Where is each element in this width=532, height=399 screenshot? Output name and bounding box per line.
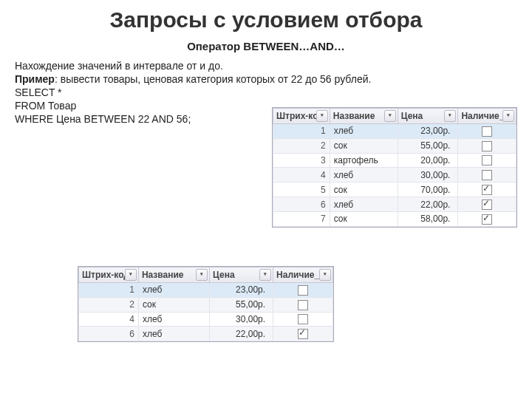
th-stock[interactable]: Наличие_а▾ <box>458 109 516 124</box>
checkbox-icon[interactable] <box>482 126 492 134</box>
cell-code: 1 <box>273 124 330 134</box>
dropdown-icon[interactable]: ▾ <box>502 110 514 122</box>
subtitle: Оператор BETWEEN…AND… <box>15 40 517 52</box>
example-line: Пример: вывести товары, ценовая категори… <box>15 73 517 85</box>
cell-price: 23,00р. <box>398 124 458 134</box>
example-text: : вывести товары, ценовая категория кото… <box>55 73 371 85</box>
source-table: Штрих-код▾ Название▾ Цена▾ Наличие_а▾ 1х… <box>272 107 517 134</box>
cell-name: хлеб <box>330 124 398 134</box>
th-code[interactable]: Штрих-код▾ <box>273 109 330 124</box>
cell-stock <box>458 124 516 134</box>
dropdown-icon[interactable]: ▾ <box>444 110 456 122</box>
sql-line-1: SELECT * <box>15 86 517 98</box>
th-name[interactable]: Название▾ <box>330 109 398 124</box>
dropdown-icon[interactable]: ▾ <box>384 110 396 122</box>
example-label: Пример <box>15 73 55 85</box>
page-title: Запросы с условием отбора <box>15 7 517 33</box>
dropdown-icon[interactable]: ▾ <box>316 110 328 122</box>
desc-text: Нахождение значений в интервале от и до. <box>15 60 517 72</box>
table-row[interactable]: 1хлеб23,00р. <box>273 124 516 134</box>
th-price[interactable]: Цена▾ <box>398 109 458 124</box>
